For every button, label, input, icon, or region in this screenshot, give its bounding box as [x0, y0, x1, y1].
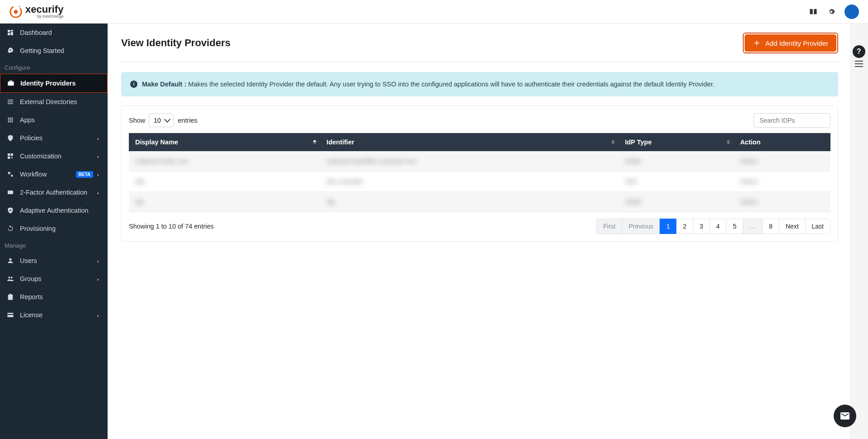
column-header[interactable]: Action [734, 133, 830, 151]
add-identity-provider-button[interactable]: Add Identity Provider [745, 34, 836, 52]
sidebar-item-label: Identity Providers [20, 80, 101, 87]
mail-icon [840, 410, 850, 421]
table-cell: Select [734, 192, 830, 212]
sidebar-item-policies[interactable]: Policies [0, 129, 108, 147]
table-cell: idp [129, 192, 320, 212]
sidebar-item-label: Reports [20, 293, 101, 301]
sidebar-item-dashboard[interactable]: Dashboard [0, 24, 108, 42]
sidebar-item-apps[interactable]: Apps [0, 111, 108, 129]
page-button[interactable]: 5 [726, 219, 743, 234]
help-button[interactable]: ? [853, 45, 865, 58]
table-card: Show 10 entries Display NameIdentifierId… [121, 105, 838, 242]
sidebar-item-provisioning[interactable]: Provisioning [0, 220, 108, 238]
sort-icon [611, 140, 615, 145]
logo[interactable]: xecurify by miniOrange [9, 5, 63, 19]
page-button[interactable]: Next [779, 219, 806, 234]
sidebar-item-identity-providers[interactable]: Identity Providers [0, 74, 108, 93]
twofa-icon [6, 188, 14, 196]
logo-icon [9, 5, 23, 19]
table-cell: SAML [618, 192, 734, 212]
add-button-highlight: Add Identity Provider [743, 33, 838, 53]
shield-icon [6, 134, 14, 142]
sidebar-item-workflow[interactable]: WorkflowBETA [0, 165, 108, 183]
sidebar-item-getting-started[interactable]: Getting Started [0, 42, 108, 60]
table-cell: idp [320, 192, 618, 212]
menu-icon[interactable] [855, 61, 863, 67]
table-row: idpidpSAMLSelect [129, 192, 830, 212]
sidebar-item-label: License [20, 311, 96, 319]
avatar[interactable] [844, 5, 859, 19]
sidebar-item-label: Provisioning [20, 225, 101, 232]
sidebar-item-license[interactable]: License [0, 306, 108, 324]
table-cell: Select [734, 151, 830, 172]
chevron-right-icon [96, 258, 101, 263]
table-cell: abc [129, 172, 320, 192]
table-footer-text: Showing 1 to 10 of 74 entries [129, 223, 214, 230]
clipboard-icon [6, 293, 14, 301]
card-icon [6, 311, 14, 319]
puzzle-icon [6, 152, 14, 160]
chat-fab[interactable] [834, 405, 856, 427]
sidebar-item-groups[interactable]: Groups [0, 270, 108, 288]
page-button[interactable]: 2 [676, 219, 693, 234]
svg-rect-3 [8, 191, 13, 194]
divider [121, 62, 838, 62]
sidebar-item-label: Policies [20, 134, 96, 142]
info-icon: i [130, 81, 137, 88]
page-size-select[interactable]: 10 [149, 114, 174, 127]
sidebar-item-label: External Directories [20, 98, 101, 105]
sidebar-item-reports[interactable]: Reports [0, 288, 108, 306]
table-cell: SAML [618, 151, 734, 172]
page-button[interactable]: 1 [660, 219, 677, 234]
list-icon [6, 98, 14, 106]
rocket-icon [6, 47, 14, 55]
page-button[interactable]: Last [805, 219, 830, 234]
book-icon[interactable] [808, 7, 818, 17]
column-header[interactable]: Display Name [129, 133, 320, 151]
page-title: View Identity Providers [121, 37, 231, 49]
chevron-right-icon [96, 172, 101, 177]
brand-name: xecurify [25, 5, 63, 14]
sidebar-item-adaptive-authentication[interactable]: Adaptive Authentication [0, 201, 108, 220]
nav-section-header: Configure [0, 60, 108, 74]
beta-badge: BETA [76, 171, 93, 178]
table-row: redacted entry oneredacted-identifier-ex… [129, 151, 830, 172]
plus-icon [753, 39, 761, 47]
sidebar-item-label: Apps [20, 116, 101, 124]
page-button[interactable]: 3 [693, 219, 710, 234]
chevron-right-icon [96, 135, 101, 141]
info-banner: i Make Default : Makes the selected Iden… [121, 72, 838, 96]
sort-icon [726, 140, 730, 145]
chevron-right-icon [96, 190, 101, 195]
sidebar-item-label: Getting Started [20, 47, 101, 54]
sidebar-item-label: Users [20, 257, 96, 264]
sidebar-item-external-directories[interactable]: External Directories [0, 93, 108, 111]
table-cell: JWT [618, 172, 734, 192]
page-button[interactable]: 4 [709, 219, 726, 234]
column-header[interactable]: Identifier [320, 133, 618, 151]
main-content: View Identity Providers Add Identity Pro… [108, 24, 850, 439]
chevron-right-icon [96, 153, 101, 159]
sidebar: DashboardGetting StartedConfigureIdentit… [0, 24, 108, 439]
idp-table: Display NameIdentifierIdP TypeAction red… [129, 133, 830, 212]
user-icon [6, 257, 14, 265]
column-header[interactable]: IdP Type [618, 133, 734, 151]
nav-section-header: Manage [0, 238, 108, 252]
gear-icon[interactable] [826, 7, 836, 17]
sidebar-item-2-factor-authentication[interactable]: 2-Factor Authentication [0, 183, 108, 201]
chevron-right-icon [96, 276, 101, 282]
sort-icon [313, 140, 316, 145]
search-input[interactable] [754, 113, 830, 128]
group-icon [6, 275, 14, 283]
sidebar-item-customization[interactable]: Customization [0, 147, 108, 165]
table-cell: redacted-identifier-example-one [320, 151, 618, 172]
sidebar-item-label: Customization [20, 153, 96, 160]
sidebar-item-label: Dashboard [20, 29, 101, 36]
briefcase-icon [7, 79, 15, 87]
page-button: First [596, 219, 622, 234]
page-button[interactable]: 8 [762, 219, 779, 234]
entries-label: entries [178, 117, 198, 124]
flow-icon [6, 170, 14, 178]
table-cell: redacted entry one [129, 151, 320, 172]
sidebar-item-users[interactable]: Users [0, 252, 108, 270]
